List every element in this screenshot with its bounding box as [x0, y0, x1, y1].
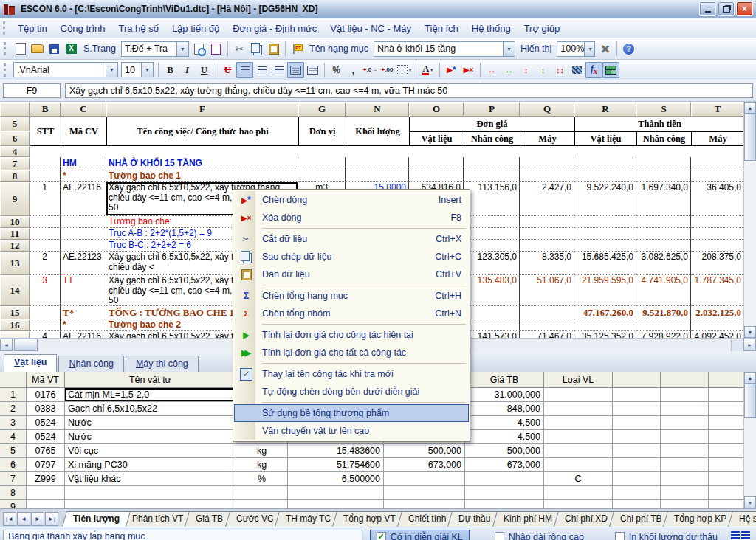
cell-F8[interactable]: Tường bao che 1: [106, 170, 298, 182]
font-name-combo-dropdown-icon[interactable]: ▼: [106, 63, 117, 77]
sheet-tab-ph-n-t-ch-vt[interactable]: Phân tích VT: [121, 511, 194, 527]
cell-C16[interactable]: *: [61, 319, 106, 331]
cell-P17[interactable]: 141.573,0: [464, 331, 520, 338]
context-item-ch-n-t-ng-nh-m[interactable]: ΣChèn tổng nhómCtrl+N: [234, 305, 469, 322]
mt-cell-9-2[interactable]: [65, 500, 236, 508]
mt-cell-3-6[interactable]: 4,500: [465, 416, 544, 430]
column-header-Q[interactable]: Q: [520, 102, 574, 117]
cell-S15[interactable]: 9.521.870,0: [636, 306, 691, 319]
font-color-icon[interactable]: A▾: [419, 62, 436, 78]
align-right-icon[interactable]: [270, 62, 287, 78]
comma-icon[interactable]: ,: [345, 62, 362, 78]
cell-O7[interactable]: [409, 157, 464, 170]
cell-T11[interactable]: [691, 228, 744, 240]
vertical-scrollbar[interactable]: ▲▼: [743, 102, 756, 338]
mt-cell-5-2[interactable]: Vôi cục: [65, 444, 236, 458]
copy-icon[interactable]: [248, 41, 265, 57]
cell-Q9[interactable]: 2.427,0: [520, 182, 574, 216]
cell-T9[interactable]: 36.405,0: [691, 182, 744, 216]
cell-B10[interactable]: [30, 216, 61, 228]
split-window-icon[interactable]: [602, 62, 619, 78]
mt-cell-6-0[interactable]: 6: [0, 458, 27, 472]
formula-input[interactable]: Xây gạch chỉ 6,5x10,5x22, xây tường thẳn…: [65, 83, 753, 98]
align-left-icon[interactable]: [236, 62, 253, 78]
mt-cell-1-10[interactable]: [709, 388, 744, 402]
new-doc-icon[interactable]: [12, 41, 29, 57]
menu-item-c-ng-tr-nh[interactable]: Công trình: [54, 21, 112, 36]
page-setup-icon[interactable]: [207, 41, 224, 57]
status-checkbox-c-in-di-n-gi-i-kl[interactable]: ✓Có in diễn giải KL: [370, 530, 470, 540]
mt-cell-5-0[interactable]: 5: [0, 444, 27, 458]
mt-cell-3-10[interactable]: [709, 416, 744, 430]
print-preview-icon[interactable]: [190, 41, 207, 57]
cell-S12[interactable]: [636, 240, 691, 252]
close-button[interactable]: ×: [736, 1, 753, 16]
mt-cell-6-6[interactable]: 673,000: [465, 458, 544, 472]
mt-cell-7-0[interactable]: 7: [0, 472, 27, 486]
mt-scroll-down-icon[interactable]: ▼: [744, 496, 756, 508]
row-height-inc-icon[interactable]: ↕: [535, 62, 551, 78]
cell-P10[interactable]: [464, 216, 520, 228]
save-icon[interactable]: [46, 41, 63, 57]
mt-cell-5-5[interactable]: 500,000: [384, 444, 465, 458]
mt-cell-8-0[interactable]: 8: [0, 486, 27, 500]
mt-cell-5-3[interactable]: kg: [236, 444, 288, 458]
tab-v-t-li-u[interactable]: Vật liệu: [4, 354, 57, 372]
mt-cell-5-7[interactable]: [544, 444, 613, 458]
mt-cell-6-4[interactable]: 51,754600: [288, 458, 384, 472]
cell-S9[interactable]: 1.697.340,0: [636, 182, 691, 216]
mt-cell-1-1[interactable]: 0176: [27, 388, 65, 402]
context-item-t-ng-ch-n-d-ng-b-n-d-i-di-n-gi-i[interactable]: Tự động chèn dòng bên dưới diễn giải: [234, 383, 469, 401]
cell-reference-box[interactable]: F9: [3, 83, 61, 98]
mt-cell-8-2[interactable]: [65, 486, 236, 500]
mt-cell-9-6[interactable]: [465, 500, 544, 508]
wrap-text-icon[interactable]: [287, 62, 304, 78]
cell-T15[interactable]: 2.032.125,0: [691, 306, 744, 319]
cell-B8[interactable]: [30, 170, 61, 182]
mt-cell-5-1[interactable]: 0765: [27, 444, 65, 458]
column-header-N[interactable]: N: [346, 102, 409, 117]
row-height-dec-icon[interactable]: ↕: [518, 62, 535, 78]
sheet-tab-chi-ph-xd[interactable]: Chi phí XD: [554, 511, 619, 527]
cell-T14[interactable]: 1.787.345,0: [691, 275, 744, 306]
cell-Q13[interactable]: 8.335,0: [520, 252, 574, 275]
cell-B9[interactable]: 1: [30, 182, 61, 216]
mt-cell-4-7[interactable]: [544, 430, 613, 444]
status-checkbox-nh-p-d-i-r-ng-cao[interactable]: Nhập dài rộng cao: [489, 530, 590, 540]
cell-C8[interactable]: *: [61, 170, 106, 182]
cell-R10[interactable]: [574, 216, 636, 228]
mt-cell-2-9[interactable]: [661, 402, 709, 416]
cell-N7[interactable]: [346, 157, 409, 170]
cell-Q17[interactable]: 71.467,0: [520, 331, 574, 338]
mt-cell-8-6[interactable]: [465, 486, 544, 500]
scroll-up-icon[interactable]: ▲: [744, 102, 756, 114]
minimize-button[interactable]: [699, 1, 716, 16]
mt-cell-3-2[interactable]: Nước: [65, 416, 236, 430]
mt-cell-8-5[interactable]: [384, 486, 465, 500]
menu-item-t-p-tin[interactable]: Tệp tin: [11, 21, 54, 36]
cell-Q12[interactable]: [520, 240, 574, 252]
cell-T7[interactable]: [691, 157, 744, 170]
cell-B14[interactable]: 3: [30, 275, 61, 306]
cell-R9[interactable]: 9.522.240,0: [574, 182, 636, 216]
insert-row-icon[interactable]: ▶*: [443, 62, 460, 78]
open-folder-icon[interactable]: [29, 41, 46, 57]
mt-cell-8-10[interactable]: [709, 486, 744, 500]
cell-P11[interactable]: [464, 228, 520, 240]
context-item-v-n-chuy-n-v-t-t-l-n-cao[interactable]: Vận chuyển vật tư lên cao: [234, 422, 469, 440]
cell-P12[interactable]: [464, 240, 520, 252]
sheet-tab-th-m-y-tc[interactable]: TH máy TC: [275, 511, 342, 527]
mt-cell-5-9[interactable]: [661, 444, 709, 458]
cell-R11[interactable]: [574, 228, 636, 240]
column-header-T[interactable]: T: [691, 102, 744, 117]
row-header-13[interactable]: 13: [0, 252, 30, 275]
mt-scroll-up-icon[interactable]: ▲: [744, 372, 756, 384]
cell-C15[interactable]: T*: [61, 306, 106, 319]
paste-icon[interactable]: [265, 41, 282, 57]
mt-cell-8-8[interactable]: [613, 486, 661, 500]
cell-C11[interactable]: [61, 228, 106, 240]
cell-B7[interactable]: [30, 157, 61, 170]
column-header-F[interactable]: F: [106, 102, 298, 117]
mt-cell-7-7[interactable]: C: [544, 472, 613, 486]
mt-cell-1-9[interactable]: [661, 388, 709, 402]
